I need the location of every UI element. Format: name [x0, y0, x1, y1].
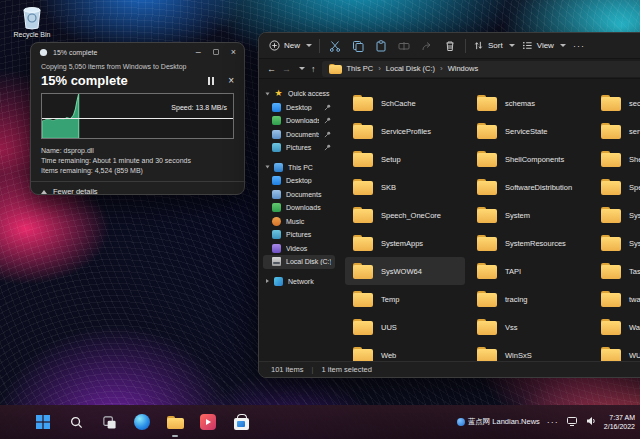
folder-item[interactable]: WaaS	[593, 313, 640, 341]
folder-icon	[477, 235, 497, 251]
file-name-line: Name: dsprop.dll	[41, 146, 234, 156]
downloads-icon	[272, 203, 281, 212]
view-button[interactable]: View	[522, 40, 566, 51]
minimize-button[interactable]: –	[196, 48, 201, 57]
watermark-text: 蓝点网 Landian.News	[468, 417, 540, 427]
sidebar-item-network[interactable]: Network	[263, 275, 335, 289]
folder-item[interactable]: twain	[593, 285, 640, 313]
command-bar: New Sort View	[259, 33, 640, 59]
folder-item[interactable]: Speec	[593, 173, 640, 201]
sidebar-item-desktop[interactable]: Desktop	[263, 174, 335, 188]
paste-button[interactable]	[373, 38, 389, 54]
status-divider: |	[312, 365, 314, 374]
folder-item[interactable]: servic	[593, 117, 640, 145]
recycle-bin-shortcut[interactable]: Recycle Bin	[8, 4, 56, 38]
copy-dialog-icon	[39, 48, 48, 57]
folder-icon	[477, 179, 497, 195]
sort-button[interactable]: Sort	[473, 40, 515, 51]
folder-item[interactable]: SoftwareDistribution	[469, 173, 589, 201]
sidebar-quick-access[interactable]: ★ Quick access	[263, 87, 335, 101]
folder-item[interactable]: SystemResources	[469, 229, 589, 257]
rename-button[interactable]	[396, 38, 412, 54]
volume-tray-button[interactable]	[585, 413, 597, 431]
network-tray-button[interactable]	[566, 413, 578, 431]
folder-item[interactable]: UUS	[345, 313, 465, 341]
up-button[interactable]: ↑	[311, 64, 316, 74]
sidebar-item-downloads-pinned[interactable]: Downloads	[263, 114, 335, 128]
breadcrumb-windows[interactable]: Windows	[448, 64, 478, 73]
folder-item[interactable]: schemas	[469, 89, 589, 117]
folder-item[interactable]: secur	[593, 89, 640, 117]
folder-item[interactable]: Temp	[345, 285, 465, 313]
forward-button[interactable]: →	[282, 64, 291, 74]
share-button[interactable]	[419, 38, 435, 54]
folder-item[interactable]: Vss	[469, 313, 589, 341]
breadcrumb-this-pc[interactable]: This PC	[347, 64, 374, 73]
folder-item[interactable]: ShellComponents	[469, 145, 589, 173]
status-bar: 101 items | 1 item selected	[259, 361, 640, 377]
sidebar-item-documents[interactable]: Documents	[263, 188, 335, 202]
back-button[interactable]: ←	[267, 64, 276, 74]
this-pc-label: This PC	[288, 164, 331, 171]
media-player-button[interactable]	[197, 411, 219, 433]
folder-icon	[601, 123, 621, 139]
folder-item[interactable]: Shell	[593, 145, 640, 173]
folder-item[interactable]: Syste	[593, 201, 640, 229]
task-view-button[interactable]	[98, 411, 120, 433]
sidebar-item-music[interactable]: Music	[263, 215, 335, 229]
delete-button[interactable]	[442, 38, 458, 54]
folder-icon	[601, 291, 621, 307]
sidebar-item-pictures[interactable]: Pictures	[263, 228, 335, 242]
file-explorer-button[interactable]	[164, 411, 186, 433]
pin-icon	[324, 144, 331, 151]
clock-time: 7:37 AM	[604, 413, 635, 422]
copy-button[interactable]	[350, 38, 366, 54]
copy-icon	[352, 40, 364, 52]
folder-item[interactable]: ServiceProfiles	[345, 117, 465, 145]
sidebar-this-pc[interactable]: This PC	[263, 161, 335, 175]
folder-item[interactable]: tracing	[469, 285, 589, 313]
see-more-button[interactable]: ···	[573, 41, 585, 51]
folder-item[interactable]: SchCache	[345, 89, 465, 117]
close-button[interactable]: ×	[231, 48, 236, 57]
network-icon	[566, 415, 578, 427]
maximize-button[interactable]	[213, 49, 219, 55]
sidebar-item-downloads[interactable]: Downloads	[263, 201, 335, 215]
recent-locations-button[interactable]	[299, 67, 305, 70]
new-button[interactable]: New	[269, 40, 312, 51]
computer-icon	[274, 163, 283, 172]
folder-item[interactable]: Syste	[593, 229, 640, 257]
folder-item[interactable]: Setup	[345, 145, 465, 173]
folder-item[interactable]: Tasks	[593, 257, 640, 285]
sidebar-item-desktop-pinned[interactable]: Desktop	[263, 101, 335, 115]
start-button[interactable]	[32, 411, 54, 433]
folder-item[interactable]: ServiceState	[469, 117, 589, 145]
sidebar-item-documents-pinned[interactable]: Documents	[263, 128, 335, 142]
breadcrumb-local-disk[interactable]: Local Disk (C:)	[386, 64, 435, 73]
folder-item[interactable]: SystemApps	[345, 229, 465, 257]
folder-item[interactable]: System	[469, 201, 589, 229]
folder-item[interactable]: TAPI	[469, 257, 589, 285]
new-button-label: New	[284, 41, 300, 50]
dialog-titlebar[interactable]: 15% complete – ×	[31, 43, 244, 61]
clock[interactable]: 7:37 AM 2/16/2022	[604, 413, 635, 431]
folder-item[interactable]: SKB	[345, 173, 465, 201]
file-explorer-icon	[167, 416, 184, 429]
fewer-details-label: Fewer details	[53, 187, 98, 195]
folder-item[interactable]: Speech_OneCore	[345, 201, 465, 229]
sidebar-item-local-disk-c[interactable]: Local Disk (C:)	[263, 255, 335, 269]
cancel-copy-button[interactable]: ×	[228, 75, 234, 86]
search-button[interactable]	[65, 411, 87, 433]
folder-item-selected[interactable]: SysWOW64	[345, 257, 465, 285]
fewer-details-toggle[interactable]: Fewer details	[31, 181, 244, 195]
microsoft-store-button[interactable]	[230, 411, 252, 433]
breadcrumb-separator: ›	[440, 64, 443, 73]
speaker-icon	[585, 415, 597, 427]
edge-browser-button[interactable]	[131, 411, 153, 433]
sidebar-item-videos[interactable]: Videos	[263, 242, 335, 256]
breadcrumb[interactable]: This PC › Local Disk (C:) › Windows	[322, 61, 640, 77]
cut-button[interactable]	[327, 38, 343, 54]
hidden-icons-button[interactable]: ···	[547, 417, 559, 427]
pause-button[interactable]	[208, 77, 214, 85]
sidebar-item-pictures-pinned[interactable]: Pictures	[263, 141, 335, 155]
